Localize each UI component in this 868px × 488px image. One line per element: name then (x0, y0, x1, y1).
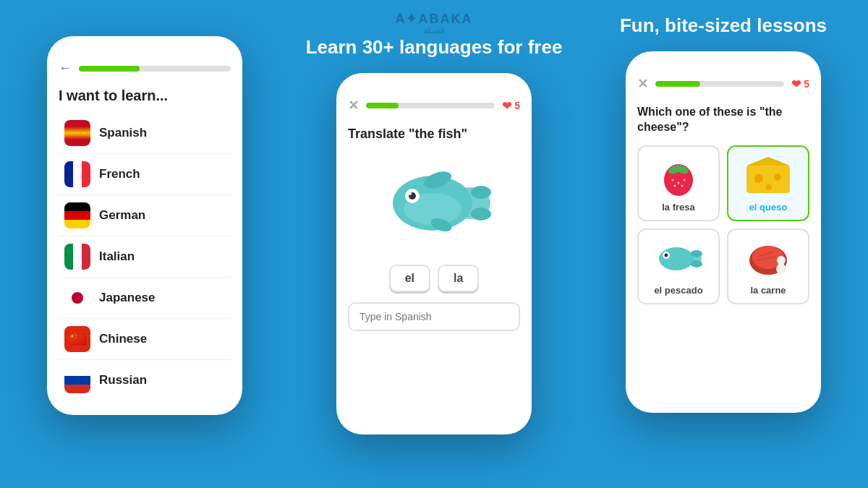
lesson-progress-3 (655, 81, 784, 87)
svg-point-12 (672, 179, 674, 181)
brand-sub: الشبكة (396, 27, 473, 35)
progress-bar-1 (79, 66, 231, 72)
flag-china: 🇨🇳 (64, 326, 90, 352)
meat-image (743, 237, 793, 281)
svg-point-9 (471, 207, 491, 221)
hearts-display: ❤ 5 (502, 99, 520, 113)
lang-french: French (99, 167, 140, 181)
choice-label-queso: el queso (749, 202, 788, 213)
choice-cheese[interactable]: el queso (727, 145, 809, 221)
lang-spanish: Spanish (99, 126, 147, 140)
language-list: Spanish French German Italian (59, 113, 231, 401)
svg-point-16 (681, 184, 684, 187)
lesson-progress-2 (366, 103, 495, 108)
list-item[interactable]: Spanish (59, 113, 231, 154)
close-button[interactable]: ✕ (348, 98, 359, 114)
svg-point-14 (684, 179, 686, 181)
panel-bite-sized: Fun, bite-sized lessons ✕ ❤ 5 Which one … (579, 0, 868, 488)
phone-notch-1 (112, 36, 177, 52)
svg-point-8 (471, 186, 491, 199)
svg-marker-21 (746, 157, 790, 166)
phone-notch-2 (401, 73, 467, 89)
lang-german: German (99, 208, 145, 223)
learn-prompt: I want to learn... (59, 87, 231, 104)
phone-translate: ✕ ❤ 5 Translate "the fish" (336, 73, 532, 435)
lang-russian: Russian (99, 373, 147, 388)
fish-illustration (348, 156, 520, 250)
choice-label-fresa: la fresa (662, 202, 695, 213)
panel3-title: Fun, bite-sized lessons (620, 14, 827, 37)
spanish-type-input[interactable] (348, 302, 520, 331)
phone-multiple-choice: ✕ ❤ 5 Which one of these is "the cheese"… (626, 51, 821, 413)
svg-point-35 (777, 256, 786, 265)
progress-fill-1 (79, 66, 140, 72)
word-tile-el[interactable]: el (389, 265, 430, 292)
hearts-count-3: 5 (804, 78, 809, 90)
svg-point-22 (754, 174, 763, 183)
list-item[interactable]: Italian (59, 236, 231, 278)
list-item[interactable]: Russian (59, 360, 231, 401)
translate-question: Translate "the fish" (348, 127, 520, 142)
svg-point-29 (691, 250, 702, 257)
heart-icon: ❤ (502, 99, 511, 113)
svg-point-26 (659, 247, 694, 270)
hearts-count: 5 (514, 100, 520, 111)
lang-japanese: Japanese (99, 291, 156, 305)
lang-italian: Italian (99, 249, 135, 264)
heart-icon-3: ❤ (791, 77, 801, 91)
list-item[interactable]: 🇨🇳 Chinese (59, 319, 231, 360)
choice-meat[interactable]: la carne (727, 228, 809, 304)
choice-fish[interactable]: el pescado (637, 228, 720, 304)
list-item[interactable]: German (59, 195, 231, 236)
phone-language-list: ← I want to learn... Spanish French (47, 36, 242, 415)
watermark: A✦ABAKA الشبكة (396, 11, 473, 35)
svg-point-5 (409, 192, 412, 195)
list-item[interactable]: Japanese (59, 278, 231, 319)
brand-text: A✦ABAKA (396, 11, 473, 27)
choice-grid: la fresa (637, 145, 809, 304)
mc-question: Which one of these is "the cheese"? (637, 105, 809, 135)
hearts-display-3: ❤ 5 (791, 77, 809, 91)
lesson-progress-fill-3 (655, 81, 700, 87)
panel2-title: Learn 30+ languages for free (306, 36, 563, 59)
fish-svg (376, 160, 492, 247)
word-tile-la[interactable]: la (438, 265, 479, 292)
svg-point-19 (673, 165, 684, 172)
panel-translate: A✦ABAKA الشبكة Learn 30+ languages for f… (289, 0, 579, 488)
choice-strawberry[interactable]: la fresa (637, 145, 720, 221)
close-button-3[interactable]: ✕ (637, 76, 648, 92)
svg-point-13 (678, 181, 680, 184)
flag-germany (64, 202, 90, 228)
lang-chinese: Chinese (99, 332, 147, 346)
fish-small-image (653, 237, 704, 281)
flag-japan (64, 285, 90, 311)
svg-point-24 (766, 184, 772, 190)
choice-label-pescado: el pescado (654, 285, 702, 296)
choice-label-carne: la carne (750, 285, 786, 296)
svg-point-28 (665, 253, 668, 257)
flag-italy (64, 244, 90, 270)
panel-language-select: ← I want to learn... Spanish French (0, 0, 289, 488)
back-button[interactable]: ← (59, 61, 72, 76)
svg-point-15 (674, 184, 676, 187)
flag-russia (64, 367, 90, 393)
cheese-image (743, 154, 793, 197)
word-tiles: el la (348, 265, 520, 292)
phone-notch-3 (691, 51, 756, 67)
flag-spain (64, 120, 90, 146)
lesson-progress-fill-2 (366, 103, 399, 108)
list-item[interactable]: French (59, 154, 231, 195)
svg-point-23 (774, 174, 781, 181)
strawberry-image (653, 154, 704, 197)
flag-france (64, 161, 90, 187)
svg-point-30 (691, 260, 702, 267)
